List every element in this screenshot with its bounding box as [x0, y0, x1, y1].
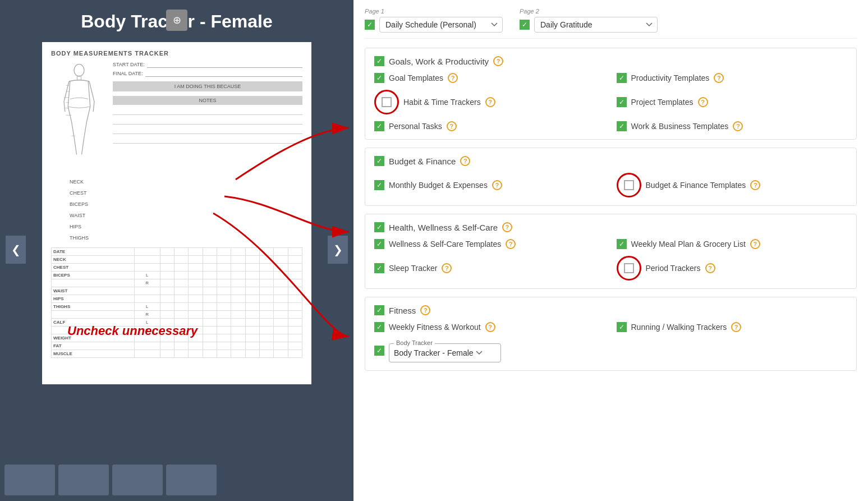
- page1-select[interactable]: Daily Schedule (Personal) Daily Gratitud…: [379, 17, 503, 33]
- page2-group: Page 2 ✓ Daily Gratitude Daily Schedule …: [520, 8, 658, 33]
- item-wellness: ✓ Wellness & Self-Care Templates ?: [374, 239, 605, 249]
- item-meal-plan: ✓ Weekly Meal Plan & Grocery List ?: [617, 239, 848, 249]
- wellness-help[interactable]: ?: [506, 239, 516, 249]
- meal-plan-check[interactable]: ✓: [617, 239, 627, 249]
- body-tracker-select[interactable]: Body Tracker - Female Body Tracker - Mal…: [394, 348, 485, 357]
- body-figure: NECK CHEST BICEPS WAIST HIPS THIGHS: [51, 61, 107, 241]
- weekly-fitness-label: Weekly Fitness & Workout: [389, 323, 481, 332]
- thumb-1[interactable]: [4, 465, 55, 495]
- left-panel: Body Tracker - Female ❮ ❯ BODY MEASUREME…: [0, 0, 353, 501]
- budget-templates-help[interactable]: ?: [750, 180, 760, 190]
- meal-plan-label: Weekly Meal Plan & Grocery List: [631, 240, 746, 249]
- personal-tasks-help[interactable]: ?: [447, 121, 457, 131]
- weekly-fitness-check[interactable]: ✓: [374, 322, 384, 332]
- item-period-trackers: Period Trackers ?: [617, 256, 848, 281]
- budget-templates-check[interactable]: [624, 180, 634, 190]
- goals-section-title: Goals, Work & Productivity: [389, 57, 489, 66]
- habit-trackers-label: Habit & Time Trackers: [403, 98, 481, 107]
- page-selectors: Page 1 ✓ Daily Schedule (Personal) Daily…: [365, 0, 857, 39]
- productivity-templates-label: Productivity Templates: [631, 73, 710, 82]
- tracking-table: DATE NECK CHEST BICEPSL R WAIST HIPS THI…: [51, 247, 302, 358]
- monthly-budget-help[interactable]: ?: [492, 180, 502, 190]
- annotation-text: Uncheck unnecessary: [67, 324, 198, 338]
- running-trackers-help[interactable]: ?: [731, 322, 741, 332]
- work-business-check[interactable]: ✓: [617, 121, 627, 131]
- productivity-templates-check[interactable]: ✓: [617, 73, 627, 83]
- section-health: ✓ Health, Wellness & Self-Care ? ✓ Welln…: [365, 214, 857, 289]
- health-section-title: Health, Wellness & Self-Care: [389, 223, 498, 232]
- item-weekly-fitness: ✓ Weekly Fitness & Workout ?: [374, 322, 605, 332]
- page1-group: Page 1 ✓ Daily Schedule (Personal) Daily…: [365, 8, 503, 33]
- habit-trackers-circle: [374, 90, 399, 114]
- running-trackers-label: Running / Walking Trackers: [631, 323, 727, 332]
- monthly-budget-check[interactable]: ✓: [374, 180, 384, 190]
- habit-trackers-help[interactable]: ?: [485, 97, 495, 107]
- body-labels: NECK CHEST BICEPS WAIST HIPS THIGHS: [70, 179, 89, 241]
- budget-templates-circle: [617, 173, 641, 197]
- personal-tasks-label: Personal Tasks: [389, 122, 442, 131]
- wellness-label: Wellness & Self-Care Templates: [389, 240, 501, 249]
- svg-point-0: [74, 64, 84, 76]
- section-fitness: ✓ Fitness ? ✓ Weekly Fitness & Workout ?…: [365, 297, 857, 371]
- goal-templates-help[interactable]: ?: [448, 73, 458, 83]
- period-trackers-help[interactable]: ?: [705, 263, 715, 273]
- monthly-budget-label: Monthly Budget & Expenses: [389, 181, 488, 190]
- page2-check[interactable]: ✓: [520, 20, 530, 30]
- work-business-label: Work & Business Templates: [631, 122, 729, 131]
- prev-button[interactable]: ❮: [6, 236, 26, 264]
- fitness-help-icon[interactable]: ?: [420, 305, 430, 315]
- work-business-help[interactable]: ?: [733, 121, 743, 131]
- thumb-3[interactable]: [112, 465, 163, 495]
- sleep-tracker-label: Sleep Tracker: [389, 264, 437, 273]
- fitness-section-title: Fitness: [389, 306, 416, 315]
- budget-section-title: Budget & Finance: [389, 157, 456, 166]
- item-work-business: ✓ Work & Business Templates ?: [617, 121, 848, 131]
- budget-templates-label: Budget & Finance Templates: [646, 181, 746, 190]
- period-trackers-check[interactable]: [624, 263, 634, 273]
- productivity-templates-help[interactable]: ?: [714, 73, 724, 83]
- goals-items-grid: ✓ Goal Templates ? ✓ Productivity Templa…: [374, 73, 847, 131]
- habit-trackers-check[interactable]: [382, 97, 392, 107]
- period-trackers-label: Period Trackers: [646, 264, 701, 273]
- health-section-check[interactable]: ✓: [374, 222, 384, 232]
- thumb-2[interactable]: [58, 465, 109, 495]
- sleep-tracker-help[interactable]: ?: [442, 263, 452, 273]
- next-button[interactable]: ❯: [328, 236, 348, 264]
- zoom-button[interactable]: ⊕: [166, 10, 187, 31]
- item-budget-templates: Budget & Finance Templates ?: [617, 173, 848, 197]
- page1-check[interactable]: ✓: [365, 20, 375, 30]
- item-goal-templates: ✓ Goal Templates ?: [374, 73, 605, 83]
- wellness-check[interactable]: ✓: [374, 239, 384, 249]
- health-help-icon[interactable]: ?: [502, 222, 512, 232]
- project-templates-label: Project Templates: [631, 98, 694, 107]
- meal-plan-help[interactable]: ?: [750, 239, 760, 249]
- goals-section-check[interactable]: ✓: [374, 56, 384, 66]
- page1-label: Page 1: [365, 8, 503, 15]
- goal-templates-label: Goal Templates: [389, 73, 443, 82]
- budget-section-check[interactable]: ✓: [374, 156, 384, 166]
- fitness-items-grid: ✓ Weekly Fitness & Workout ? ✓ Running /…: [374, 322, 847, 332]
- health-items-grid: ✓ Wellness & Self-Care Templates ? ✓ Wee…: [374, 239, 847, 281]
- thumb-4[interactable]: [166, 465, 217, 495]
- item-running-trackers: ✓ Running / Walking Trackers ?: [617, 322, 848, 332]
- section-goals: ✓ Goals, Work & Productivity ? ✓ Goal Te…: [365, 48, 857, 140]
- personal-tasks-check[interactable]: ✓: [374, 121, 384, 131]
- body-tracker-check[interactable]: ✓: [374, 346, 384, 356]
- item-sleep-tracker: ✓ Sleep Tracker ?: [374, 256, 605, 281]
- item-monthly-budget: ✓ Monthly Budget & Expenses ?: [374, 173, 605, 197]
- body-tracker-group: Body Tracker Body Tracker - Female Body …: [389, 343, 501, 362]
- project-templates-check[interactable]: ✓: [617, 97, 627, 107]
- running-trackers-check[interactable]: ✓: [617, 322, 627, 332]
- budget-help-icon[interactable]: ?: [460, 156, 470, 166]
- fitness-section-check[interactable]: ✓: [374, 305, 384, 315]
- page2-select[interactable]: Daily Gratitude Daily Schedule (Personal…: [534, 17, 658, 33]
- weekly-fitness-help[interactable]: ?: [485, 322, 495, 332]
- project-templates-help[interactable]: ?: [698, 97, 708, 107]
- sleep-tracker-check[interactable]: ✓: [374, 263, 384, 273]
- tracker-header: BODY MEASUREMENTS TRACKER: [51, 50, 302, 57]
- goals-help-icon[interactable]: ?: [493, 56, 503, 66]
- goal-templates-check[interactable]: ✓: [374, 73, 384, 83]
- right-panel: Page 1 ✓ Daily Schedule (Personal) Daily…: [353, 0, 868, 501]
- preview-right: START DATE: FINAL DATE: I AM DOING THIS …: [113, 61, 302, 241]
- section-budget: ✓ Budget & Finance ? ✓ Monthly Budget & …: [365, 148, 857, 206]
